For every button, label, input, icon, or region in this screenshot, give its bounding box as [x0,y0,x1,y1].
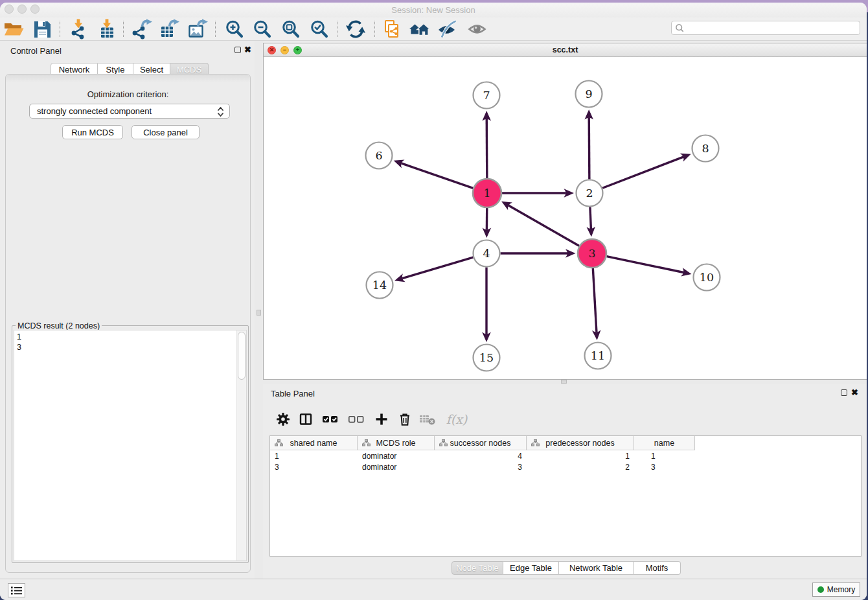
table-float-icon[interactable] [841,389,847,396]
result-scrollbar-thumb[interactable] [238,332,246,380]
svg-text:9: 9 [585,87,592,100]
table-cell[interactable]: dominator [358,461,435,472]
table-cell[interactable]: dominator [358,450,435,461]
network-column-icon [531,439,540,448]
export-table-icon[interactable] [158,19,180,40]
float-panel-icon[interactable] [234,47,241,53]
zoom-in-icon[interactable] [224,19,246,40]
column-header-name[interactable]: name [634,436,695,450]
toolbar-separator [60,21,60,37]
column-header-MCDS-role[interactable]: MCDS role [358,436,435,450]
toolbar-separator [123,21,124,37]
table-cell[interactable]: 3 [435,461,527,472]
memory-button[interactable]: Memory [812,583,860,597]
tab-node-table[interactable]: Node Table [451,561,503,575]
vertical-splitter-grip[interactable] [257,310,261,316]
table-row[interactable]: 1dominator411 [270,450,695,461]
svg-text:14: 14 [372,279,387,292]
network-column-icon [362,439,371,448]
table-toolbar: f(x) [269,404,860,428]
result-scrollbar[interactable] [236,330,246,560]
table-cell[interactable]: 1 [270,450,358,461]
delete-icon[interactable] [395,411,415,428]
status-bar: Memory [0,579,867,600]
column-label: successor nodes [450,439,511,448]
svg-text:8: 8 [702,142,709,155]
column-label: MCDS role [376,439,415,448]
network-window: ✕ − + scc.txt 1234678910111415 [263,43,867,380]
svg-text:11: 11 [591,349,605,362]
table-row[interactable]: 3dominator323 [270,461,695,472]
column-label: shared name [290,439,337,448]
add-icon[interactable] [372,411,391,428]
save-session-icon[interactable] [31,19,53,40]
task-history-button[interactable] [8,583,25,597]
search-box[interactable] [671,21,860,35]
home-icon[interactable] [409,19,431,40]
network-window-titlebar: ✕ − + scc.txt [264,43,867,57]
table-cell[interactable]: 2 [527,461,634,472]
horizontal-splitter[interactable] [263,380,867,384]
tab-network-table[interactable]: Network Table [559,561,634,575]
panel-top-strip [6,75,250,82]
column-header-shared-name[interactable]: shared name [270,436,358,450]
zoom-out-icon[interactable] [252,19,274,40]
function-builder-icon: f(x) [444,411,469,428]
export-image-icon[interactable] [187,19,209,40]
deselect-all-icon[interactable] [347,411,366,428]
main-titlebar: Session: New Session [0,3,867,17]
zoom-selected-icon[interactable] [309,19,331,40]
memory-status-icon [817,586,824,593]
mcds-result-title: MCDS result (2 nodes) [16,321,102,330]
search-input[interactable] [685,22,860,34]
result-line: 1 [17,332,21,342]
network-window-title: scc.txt [264,45,867,54]
tab-edge-table[interactable]: Edge Table [503,561,559,575]
table-close-icon[interactable]: ✖ [851,389,858,396]
open-session-icon[interactable] [3,19,25,40]
network-graph: 1234678910111415 [264,57,867,380]
export-network-icon[interactable] [131,19,153,40]
gear-icon[interactable] [273,411,293,428]
svg-text:2: 2 [586,187,593,200]
close-panel-icon[interactable]: ✖ [244,47,251,53]
column-header-successor-nodes[interactable]: successor nodes [435,436,527,450]
duplicate-network-icon[interactable] [381,19,403,40]
table-header-row: shared nameMCDS rolesuccessor nodesprede… [270,436,695,450]
table-cell[interactable]: 1 [527,450,634,461]
vertical-splitter[interactable] [255,41,263,579]
criterion-dropdown[interactable]: strongly connected component [29,104,230,119]
dropdown-chevron-icon [217,106,224,119]
table-cell[interactable]: 3 [634,461,695,472]
hide-icon[interactable] [437,19,459,40]
window-title: Session: New Session [0,5,867,15]
import-table-icon[interactable] [96,19,118,40]
table-cell[interactable]: 4 [435,450,527,461]
table-panel-title: Table Panel [271,389,315,398]
table-cell[interactable]: 3 [270,461,358,472]
select-all-icon[interactable] [321,411,340,428]
close-panel-button[interactable]: Close panel [131,125,200,139]
svg-text:4: 4 [483,247,490,260]
show-icon[interactable] [466,19,488,40]
tab-motifs[interactable]: Motifs [634,561,681,575]
table-cell[interactable]: 1 [634,450,695,461]
refresh-icon[interactable] [345,19,367,40]
optimization-label: Optimization criterion: [6,89,250,99]
import-network-icon[interactable] [67,19,89,40]
mcds-panel: Optimization criterion: strongly connect… [5,74,251,573]
column-label: name [654,439,674,448]
control-panel: Control Panel ✖ NetworkStyleSelectMCDS O… [0,41,255,579]
mcds-result-textarea[interactable]: 13 [14,330,247,561]
table-tabs: Node TableEdge TableNetwork TableMotifs [451,561,681,575]
zoom-fit-icon[interactable] [280,19,303,40]
column-header-predecessor-nodes[interactable]: predecessor nodes [527,436,634,450]
network-column-icon [275,439,283,448]
run-mcds-button[interactable]: Run MCDS [62,125,123,139]
toolbar-separator [374,21,375,37]
network-canvas[interactable]: 1234678910111415 [264,57,867,379]
svg-text:3: 3 [588,247,595,260]
split-columns-icon[interactable] [296,411,315,428]
screen: Session: New Session Control Panel ✖ Net… [0,0,868,600]
list-icon [11,586,22,595]
